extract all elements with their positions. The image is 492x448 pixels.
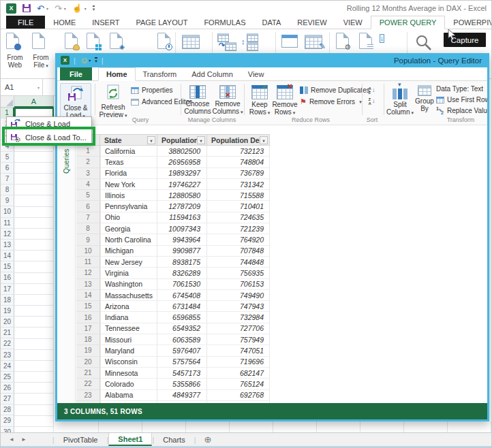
column-header-population-delta[interactable]: Population Delta▾ <box>207 134 270 146</box>
row-header-25[interactable]: 25 <box>1 372 14 383</box>
table-row[interactable]: 14Massachusetts6745408749490 <box>76 290 270 301</box>
row-number[interactable]: 15 <box>76 301 100 312</box>
row-header-15[interactable]: 15 <box>1 261 14 272</box>
filter-button-state[interactable]: ▾ <box>147 136 155 144</box>
from-other-sources-icon[interactable]: ◈ <box>110 33 123 49</box>
table-row[interactable]: 4New York19746227731342 <box>76 179 270 190</box>
cell-population-delta[interactable]: 765124 <box>207 379 270 389</box>
ribbon-tab-page-layout[interactable]: PAGE LAYOUT <box>127 16 196 29</box>
from-web-icon[interactable] <box>6 33 19 49</box>
touch-caret-icon[interactable]: ▾ <box>84 6 87 11</box>
row-number[interactable]: 14 <box>76 290 100 301</box>
cell-population[interactable]: 19893297 <box>157 168 207 179</box>
cell-population[interactable]: 26956958 <box>157 157 207 167</box>
row-number[interactable]: 13 <box>76 279 100 290</box>
row-number[interactable]: 4 <box>76 179 100 190</box>
cell-state[interactable]: Indiana <box>100 312 157 323</box>
sort-descending-button[interactable]: ZA ↓ <box>365 97 378 106</box>
cell-population-delta[interactable]: 756935 <box>207 268 270 278</box>
refresh-preview-button[interactable]: Refresh Preview <box>98 83 128 122</box>
cell-population[interactable]: 5457173 <box>157 368 207 379</box>
cell-population-delta[interactable]: 710401 <box>207 201 270 212</box>
merge-icon[interactable]: ↷ <box>217 33 236 51</box>
sheet-tab-charts[interactable]: Charts <box>154 433 194 446</box>
row-number[interactable]: 6 <box>76 201 100 212</box>
cell-population[interactable]: 12787209 <box>157 201 207 212</box>
cell-state[interactable]: Illinois <box>100 190 157 201</box>
ribbon-tab-powerpivot[interactable]: POWERPIVOT <box>445 16 492 29</box>
select-all-corner[interactable] <box>1 96 14 108</box>
cell-state[interactable]: California <box>100 146 157 157</box>
group-by-button[interactable]: Group By <box>414 83 435 122</box>
table-row[interactable]: 6Pennsylvania12787209710401 <box>76 201 270 212</box>
cell-population-delta[interactable]: 757949 <box>207 334 270 345</box>
qe-tab-view[interactable]: View <box>241 67 272 80</box>
cell-state[interactable]: Colorado <box>100 379 157 389</box>
row-number[interactable]: 20 <box>76 357 100 368</box>
use-first-row-button[interactable]: Use First Row As <box>436 95 487 105</box>
cell-population-delta[interactable]: 749490 <box>207 290 270 301</box>
table-row[interactable]: 23Alabama4849377692768 <box>76 390 270 401</box>
remove-duplicates-button[interactable]: Remove Duplicates <box>300 85 370 95</box>
redo-caret-icon[interactable]: ▾ <box>64 6 66 11</box>
row-header-29[interactable]: 29 <box>1 415 14 426</box>
row-header-11[interactable]: 11 <box>1 218 14 229</box>
table-row[interactable]: 17Tennessee6549352727706 <box>76 323 270 334</box>
row-header-10[interactable]: 10 <box>1 206 14 217</box>
row-number[interactable]: 7 <box>76 212 100 223</box>
cell-population-delta[interactable]: 715588 <box>207 190 270 201</box>
cell-population[interactable]: 5355866 <box>157 379 207 389</box>
undo-icon[interactable]: ↶ <box>37 4 44 13</box>
row-number[interactable]: 12 <box>76 268 100 278</box>
data-source-settings-icon[interactable]: ⚙ <box>336 33 349 49</box>
cell-population-delta[interactable]: 707848 <box>207 246 270 257</box>
ribbon-tab-formulas[interactable]: FORMULAS <box>196 16 253 29</box>
table-row[interactable]: 8Georgia10097343721239 <box>76 223 270 234</box>
sheet-nav-right-icon[interactable]: ► <box>21 436 27 443</box>
cell-population-delta[interactable]: 764920 <box>207 234 270 245</box>
table-row[interactable]: 16Indiana6596855732984 <box>76 312 270 323</box>
undo-caret-icon[interactable]: ▾ <box>46 6 48 11</box>
cell-population[interactable]: 12880580 <box>157 190 207 201</box>
cell-population[interactable]: 5757564 <box>157 357 207 368</box>
row-number[interactable]: 10 <box>76 246 100 257</box>
cell-population-delta[interactable]: 692768 <box>207 390 270 401</box>
edit-query-icon[interactable]: ✎ <box>305 35 322 49</box>
cell-population-delta[interactable]: 682147 <box>207 368 270 379</box>
touch-mode-icon[interactable]: ☝ <box>72 4 82 13</box>
row-header-27[interactable]: 27 <box>1 394 14 404</box>
row-header-19[interactable]: 19 <box>1 306 14 317</box>
cell-population-delta[interactable]: 748804 <box>207 157 270 167</box>
cell-population[interactable]: 6731484 <box>157 301 207 312</box>
cell-state[interactable]: Maryland <box>100 345 157 356</box>
row-number[interactable]: 18 <box>76 334 100 345</box>
cell-population[interactable]: 9909877 <box>157 246 207 257</box>
row-header-18[interactable]: 18 <box>1 295 14 306</box>
row-number[interactable]: 2 <box>76 157 100 167</box>
search-icon[interactable] <box>415 34 433 53</box>
cell-population-delta[interactable]: 706153 <box>207 279 270 290</box>
from-file-label[interactable]: From File <box>28 54 54 69</box>
data-type-button[interactable]: Data Type: Text <box>436 84 487 94</box>
table-row[interactable]: 11New Jersey8938175744848 <box>76 257 270 268</box>
cell-state[interactable]: Washington <box>100 279 157 290</box>
row-number[interactable]: 3 <box>76 168 100 179</box>
new-sheet-button[interactable]: ⊕ <box>204 433 212 446</box>
cell-population[interactable]: 8938175 <box>157 257 207 268</box>
column-header-population[interactable]: Population▾ <box>157 134 207 146</box>
cell-population[interactable]: 38802500 <box>157 146 207 157</box>
keep-rows-button[interactable]: ✓ Keep Rows <box>247 83 272 122</box>
row-number[interactable]: 22 <box>76 379 100 389</box>
cell-population-delta[interactable]: 724635 <box>207 212 270 223</box>
queries-pane[interactable]: Queries <box>57 126 76 403</box>
cell-state[interactable]: Wisconsin <box>100 357 157 368</box>
table-row[interactable]: 21Minnesota5457173682147 <box>76 368 270 379</box>
cell-state[interactable]: Tennessee <box>100 323 157 334</box>
ribbon-tab-home[interactable]: HOME <box>45 16 84 29</box>
row-header-21[interactable]: 21 <box>1 327 14 338</box>
ribbon-tab-data[interactable]: DATA <box>254 16 290 29</box>
row-number[interactable]: 19 <box>76 345 100 356</box>
qe-tab-transform[interactable]: Transform <box>136 67 185 80</box>
name-box[interactable]: A1▾ <box>1 79 43 95</box>
cell-population[interactable]: 11594163 <box>157 212 207 223</box>
